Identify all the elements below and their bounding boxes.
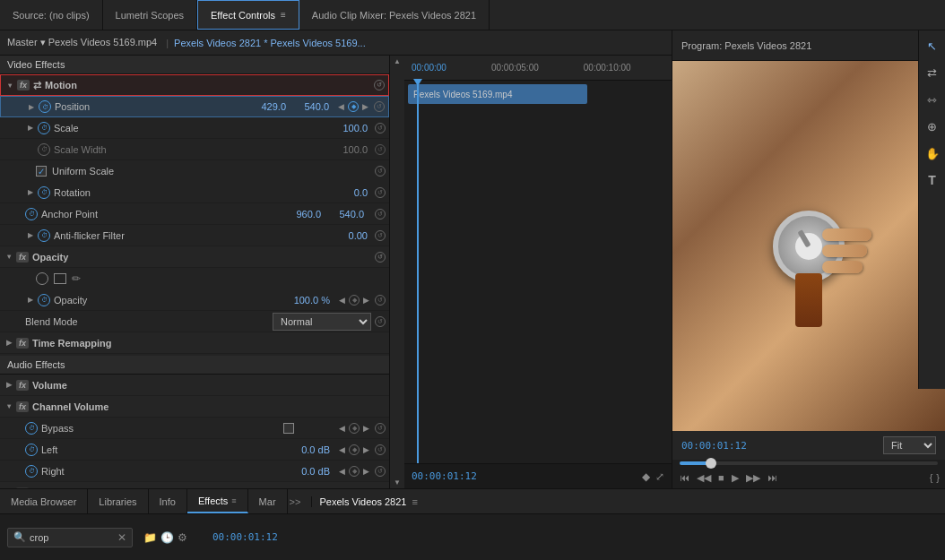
anchor-point-y[interactable]: 540.0 [328,209,364,220]
opacity-value-row[interactable]: ▶ ⏱ Opacity 100.0 % ◀ ◆ ▶ ↺ [0,289,389,311]
settings-btn[interactable]: ⚙ [178,531,187,544]
time-remapping-expand-btn[interactable]: ▶ [4,338,14,349]
rotation-expand-btn[interactable]: ▶ [25,187,36,198]
bypass-keyframe-btn[interactable]: ◆ [349,423,360,434]
text-btn[interactable]: T [923,170,942,190]
opacity-keyframe-btn[interactable]: ◆ [349,295,360,306]
search-area[interactable]: 🔍 ✕ [7,528,133,547]
effects-menu-icon[interactable]: ≡ [231,496,236,505]
anchor-point-stopwatch-icon[interactable]: ⏱ [25,208,38,220]
hand-btn[interactable]: ✋ [923,143,942,163]
in-out-marker-right[interactable]: } [936,472,940,483]
opacity-value-reset-btn[interactable]: ↺ [375,295,386,306]
scale-reset-btn[interactable]: ↺ [375,123,386,134]
opacity-reset-btn[interactable]: ↺ [375,252,386,263]
anchor-point-reset-btn[interactable]: ↺ [375,209,386,220]
new-bin-btn[interactable]: 📁 [143,531,157,544]
bypass-next-btn[interactable]: ▶ [361,424,371,433]
time-remapping-group-header[interactable]: ▶ fx Time Remapping [0,332,389,354]
left-next-btn[interactable]: ▶ [361,445,371,454]
position-row[interactable]: ▶ ⏱ Position 429.0 540.0 ◀ ◆ ▶ ↺ [0,96,389,117]
opacity-next-btn[interactable]: ▶ [361,296,371,305]
right-reset-btn[interactable]: ↺ [375,466,386,477]
volume-group-header[interactable]: ▶ fx Volume [0,375,389,396]
opacity-group-header[interactable]: ▾ fx Opacity ↺ [0,246,389,268]
left-keyframe-btn[interactable]: ◆ [349,444,360,455]
uniform-scale-checkbox[interactable]: ✓ [36,166,47,177]
channel-volume-expand-btn[interactable]: ▾ [4,401,14,412]
tab-markers[interactable]: Mar [248,489,288,513]
bypass-row[interactable]: ⏱ Bypass ◀ ◆ ▶ ↺ [0,418,389,439]
volume-expand-btn[interactable]: ▶ [4,380,14,391]
select-tool-btn[interactable]: ↖ [923,36,942,56]
position-next-btn[interactable]: ▶ [360,102,370,111]
motion-expand-btn[interactable]: ▾ [4,80,15,90]
effects-panel-menu[interactable]: ≡ [412,496,417,507]
tab-effect-controls[interactable]: Effect Controls ≡ [197,0,299,30]
position-x-value[interactable]: 429.0 [250,101,286,112]
play-back-btn[interactable]: ◀◀ [695,472,713,484]
pen-mask-btn[interactable]: ✏ [72,272,81,285]
motion-group-header[interactable]: ▾ fx ⇄ Motion ↺ [0,74,389,96]
zoom-btn[interactable]: ⊕ [923,116,942,136]
tab-source[interactable]: Source: (no clips) [0,0,103,30]
clip-bar-area[interactable]: Pexels Videos 5169.mp4 [404,81,672,463]
scale-expand-btn[interactable]: ▶ [25,123,36,134]
position-reset-btn[interactable]: ↺ [374,101,385,112]
effect-controls-menu-icon[interactable]: ≡ [281,10,286,20]
rotation-row[interactable]: ▶ ⏱ Rotation 0.0 ↺ [0,182,389,203]
anti-flicker-reset-btn[interactable]: ↺ [375,230,386,241]
play-forward-btn[interactable]: ▶▶ [744,472,762,484]
rotation-reset-btn[interactable]: ↺ [375,187,386,198]
track-select-btn[interactable]: ⇄ [923,63,942,82]
rotation-stopwatch-icon[interactable]: ⏱ [38,186,50,199]
left-stopwatch-icon[interactable]: ⏱ [25,444,38,456]
opacity-value-expand-btn[interactable]: ▶ [25,295,36,306]
program-progress-thumb[interactable] [706,458,716,469]
left-prev-btn[interactable]: ◀ [337,445,347,454]
bypass-stopwatch-icon[interactable]: ⏱ [25,422,38,435]
props-scroll-down[interactable]: ▼ [394,478,401,487]
scale-stopwatch-icon[interactable]: ⏱ [38,122,50,134]
opacity-stopwatch-icon[interactable]: ⏱ [38,294,50,306]
more-tabs-btn[interactable]: >> [290,496,301,507]
motion-reset-btn[interactable]: ↺ [374,80,385,90]
play-btn[interactable]: ▶ [730,472,741,484]
tab-effects[interactable]: Effects ≡ [187,489,248,513]
right-channel-row[interactable]: ⏱ Right 0.0 dB ◀ ◆ ▶ ↺ [0,461,389,482]
effects-panel-tab[interactable]: Pexels Videos 2821 ≡ [311,496,417,507]
opacity-value[interactable]: 100.0 % [294,295,330,306]
anti-flicker-expand-btn[interactable]: ▶ [25,230,36,241]
left-reset-btn[interactable]: ↺ [375,444,386,455]
panner-group-header[interactable]: ▶ fx Panner [0,482,389,488]
left-channel-row[interactable]: ⏱ Left 0.0 dB ◀ ◆ ▶ ↺ [0,439,389,461]
more-tabs-icon[interactable]: >> [290,496,301,507]
tab-info[interactable]: Info [149,489,187,513]
tab-libraries[interactable]: Libraries [88,489,148,513]
rotation-value[interactable]: 0.0 [332,187,368,198]
uniform-scale-reset-btn[interactable]: ↺ [375,166,386,177]
program-progress-bar-area[interactable] [672,460,945,467]
video-preview[interactable] [672,61,945,431]
fit-dropdown[interactable]: Fit 25% 50% 75% 100% [883,436,936,454]
ripple-btn[interactable]: ⇿ [923,90,942,109]
position-expand-btn[interactable]: ▶ [26,101,37,112]
stop-btn[interactable]: ■ [716,472,726,483]
position-keyframe-btn[interactable]: ◆ [348,101,359,112]
opacity-prev-btn[interactable]: ◀ [337,296,347,305]
anti-flicker-value[interactable]: 0.00 [332,230,368,241]
rect-mask-btn[interactable] [54,273,66,284]
anti-flicker-row[interactable]: ▶ ⏱ Anti-flicker Filter 0.00 ↺ [0,225,389,246]
props-scroll-up[interactable]: ▲ [394,57,401,65]
timeline-add-keyframe-btn[interactable]: ◆ [642,470,650,483]
history-btn[interactable]: 🕒 [160,531,174,544]
position-prev-btn[interactable]: ◀ [336,102,346,111]
right-prev-btn[interactable]: ◀ [337,467,347,476]
anti-flicker-stopwatch-icon[interactable]: ⏱ [38,229,50,242]
blend-mode-select[interactable]: Normal Dissolve Darken Multiply [273,313,371,331]
tab-audio-clip-mixer[interactable]: Audio Clip Mixer: Pexels Videos 2821 [299,0,490,30]
anchor-point-x[interactable]: 960.0 [285,209,321,220]
right-next-btn[interactable]: ▶ [361,467,371,476]
right-keyframe-btn[interactable]: ◆ [349,466,360,477]
search-input[interactable] [30,532,117,543]
